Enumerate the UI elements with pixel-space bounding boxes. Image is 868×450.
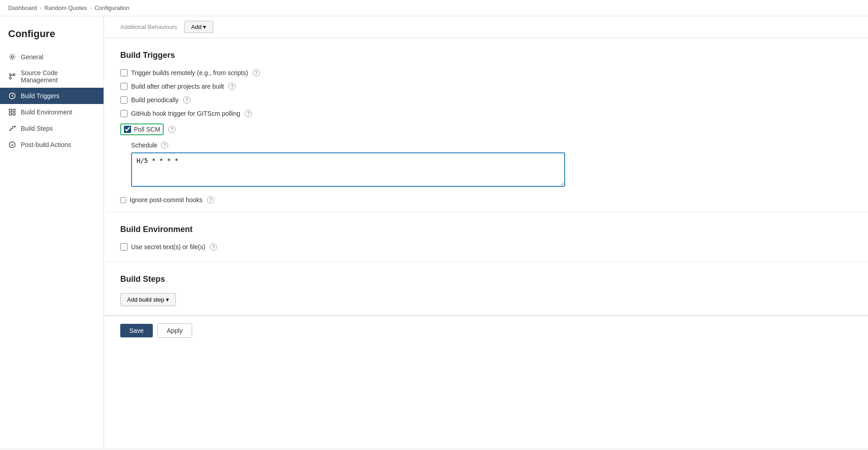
save-button[interactable]: Save: [120, 324, 153, 337]
build-steps-section: Build Steps Add build step ▾: [104, 262, 868, 315]
main-content: Additional Behaviours Add ▾ Build Trigge…: [104, 16, 868, 448]
github-hook-help[interactable]: ?: [245, 110, 252, 117]
use-secret-help[interactable]: ?: [210, 243, 217, 251]
trigger-remote-help[interactable]: ?: [253, 69, 260, 76]
poll-scm-row: Poll SCM ?: [120, 123, 852, 135]
build-periodically-label: Build periodically: [131, 96, 179, 104]
additional-behaviours-label: Additional Behaviours: [120, 24, 177, 30]
svg-rect-8: [13, 113, 15, 115]
poll-scm-checkbox[interactable]: [124, 126, 131, 133]
github-hook-row: GitHub hook trigger for GITScm polling ?: [120, 110, 852, 117]
sidebar-item-build-triggers[interactable]: Build Triggers: [0, 88, 104, 104]
build-periodically-row: Build periodically ?: [120, 96, 852, 104]
build-after-row: Build after other projects are built ?: [120, 83, 852, 90]
svg-point-9: [9, 142, 15, 148]
schedule-label-row: Schedule ?: [131, 142, 852, 149]
sidebar-item-post-build[interactable]: Post-build Actions: [0, 137, 104, 153]
sidebar-item-source-code-label: Source Code Management: [21, 69, 95, 84]
add-button[interactable]: Add ▾: [184, 21, 213, 33]
poll-scm-help[interactable]: ?: [168, 126, 175, 133]
actions-icon: [8, 141, 16, 149]
sidebar-item-build-triggers-label: Build Triggers: [21, 92, 60, 99]
build-steps-title: Build Steps: [120, 275, 852, 284]
trigger-remote-checkbox[interactable]: [120, 69, 127, 76]
sidebar-item-build-steps[interactable]: Build Steps: [0, 120, 104, 137]
ignore-post-commit-row: Ignore post-commit hooks ?: [120, 196, 852, 204]
github-hook-label: GitHub hook trigger for GITScm polling: [131, 110, 240, 117]
build-after-label: Build after other projects are built: [131, 83, 224, 90]
sidebar-item-post-build-label: Post-build Actions: [21, 141, 71, 148]
build-triggers-section: Build Triggers Trigger builds remotely (…: [104, 38, 868, 212]
ignore-hooks-label: Ignore post-commit hooks: [130, 196, 203, 204]
use-secret-checkbox[interactable]: [120, 243, 127, 251]
breadcrumb: Dashboard › Random Quotes › Configuratio…: [0, 0, 868, 16]
schedule-help[interactable]: ?: [161, 142, 168, 149]
trigger-remote-label: Trigger builds remotely (e.g., from scri…: [131, 69, 248, 76]
use-secret-label: Use secret text(s) or file(s): [131, 243, 205, 251]
gear-icon: [8, 53, 16, 61]
schedule-textarea[interactable]: H/5 * * * *: [131, 152, 565, 187]
ignore-hooks-help[interactable]: ?: [207, 196, 214, 204]
build-periodically-help[interactable]: ?: [183, 96, 190, 104]
grid-icon: [8, 108, 16, 116]
schedule-label: Schedule: [131, 142, 157, 149]
build-environment-title: Build Environment: [120, 225, 852, 234]
use-secret-row: Use secret text(s) or file(s) ?: [120, 243, 852, 251]
build-after-help[interactable]: ?: [228, 83, 236, 90]
breadcrumb-random-quotes[interactable]: Random Quotes: [44, 5, 87, 11]
branch-icon: [8, 72, 16, 81]
build-periodically-checkbox[interactable]: [120, 96, 127, 104]
sidebar: Configure General Source Code Management: [0, 16, 104, 448]
build-triggers-title: Build Triggers: [120, 51, 852, 60]
sidebar-item-general-label: General: [21, 53, 43, 61]
steps-icon: [8, 124, 16, 133]
poll-scm-label: Poll SCM: [134, 126, 160, 133]
ignore-hooks-checkbox[interactable]: [120, 197, 126, 203]
top-bar: Additional Behaviours Add ▾: [104, 16, 868, 38]
sidebar-item-general[interactable]: General: [0, 49, 104, 65]
build-environment-section: Build Environment Use secret text(s) or …: [104, 212, 868, 262]
breadcrumb-configuration: Configuration: [94, 5, 129, 11]
add-build-step-button[interactable]: Add build step ▾: [120, 293, 176, 306]
apply-button[interactable]: Apply: [157, 323, 192, 338]
footer-bar: Save Apply: [104, 316, 868, 345]
trigger-remote-row: Trigger builds remotely (e.g., from scri…: [120, 69, 852, 76]
svg-rect-6: [13, 109, 15, 112]
sidebar-item-build-environment[interactable]: Build Environment: [0, 104, 104, 120]
sidebar-item-build-steps-label: Build Steps: [21, 125, 53, 132]
breadcrumb-sep-2: ›: [90, 5, 92, 11]
poll-scm-wrapper: Poll SCM: [120, 123, 164, 135]
sidebar-title: Configure: [0, 21, 104, 49]
sidebar-item-source-code[interactable]: Source Code Management: [0, 65, 104, 88]
svg-rect-7: [9, 113, 12, 115]
build-after-checkbox[interactable]: [120, 83, 127, 90]
clock-icon: [8, 92, 16, 100]
breadcrumb-sep-1: ›: [40, 5, 42, 11]
svg-rect-5: [9, 109, 12, 112]
sidebar-item-build-environment-label: Build Environment: [21, 109, 72, 116]
svg-point-0: [11, 56, 14, 58]
github-hook-checkbox[interactable]: [120, 110, 127, 117]
breadcrumb-dashboard[interactable]: Dashboard: [8, 5, 37, 11]
svg-point-3: [9, 77, 11, 79]
